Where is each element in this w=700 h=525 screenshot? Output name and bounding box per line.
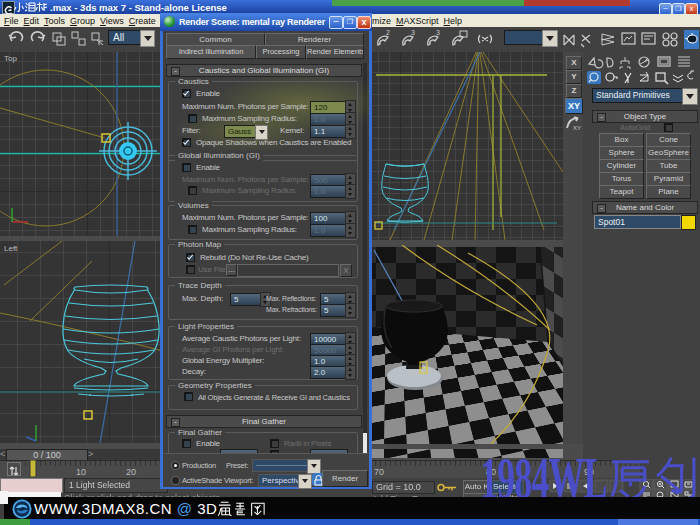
svg-text:20: 20: [126, 467, 136, 477]
svg-text:Top: Top: [4, 54, 17, 63]
svg-text:70: 70: [374, 467, 384, 477]
svg-text:Left: Left: [4, 244, 18, 253]
svg-text:3: 3: [436, 29, 440, 36]
svg-text:2: 2: [386, 29, 390, 36]
svg-text:XY: XY: [573, 125, 581, 131]
svg-text:3: 3: [411, 29, 415, 36]
svg-text:10: 10: [76, 467, 86, 477]
